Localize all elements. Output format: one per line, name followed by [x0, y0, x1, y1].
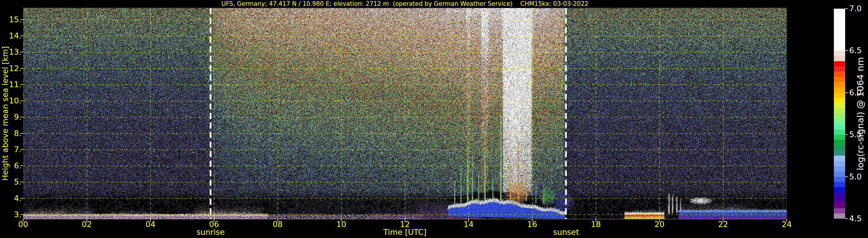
y-tick-mark — [21, 198, 23, 199]
y-tick-label: 7. — [2, 145, 22, 154]
y-tick-label: 9. — [2, 112, 22, 122]
y-tick-mark — [21, 133, 23, 134]
figure-title: UFS, Germany; 47.417 N / 10.980 E; eleva… — [23, 0, 787, 7]
y-tick-label: 14. — [2, 31, 22, 40]
x-tick-mark — [659, 219, 660, 222]
y-tick-mark — [21, 166, 23, 166]
y-tick-mark — [21, 214, 23, 215]
colorbar-tick-mark — [845, 93, 848, 93]
y-tick-mark — [21, 36, 23, 36]
y-tick-mark — [21, 149, 23, 150]
x-axis-label: Time [UTC] — [362, 228, 448, 237]
y-tick-mark — [21, 117, 23, 117]
sunrise-annotation: sunrise — [167, 228, 254, 237]
colorbar-tick-mark — [845, 8, 848, 9]
lidar-quicklook-screenshot: { "window": {"width": 3001, "height": 82… — [0, 0, 868, 238]
colorbar-tick-mark — [845, 134, 848, 135]
x-tick-mark — [723, 219, 723, 222]
x-tick-mark — [341, 219, 342, 222]
y-tick-label: 13. — [2, 47, 22, 57]
y-tick-label: 6. — [2, 161, 22, 170]
y-tick-label: 11. — [2, 80, 22, 89]
y-tick-mark — [21, 101, 23, 101]
y-tick-label: 8. — [2, 129, 22, 138]
y-tick-mark — [21, 19, 23, 20]
y-tick-label: 5. — [2, 177, 22, 186]
sunset-annotation: sunset — [523, 228, 610, 237]
colorbar — [834, 9, 845, 219]
y-tick-mark — [21, 52, 23, 52]
colorbar-tick-mark — [845, 176, 848, 177]
x-tick-mark — [468, 219, 469, 222]
colorbar-tick-mark — [845, 50, 848, 51]
x-tick-mark — [87, 219, 87, 222]
y-tick-label: 12. — [2, 64, 22, 73]
x-tick-mark — [786, 219, 787, 222]
x-tick-mark — [150, 219, 151, 222]
y-tick-label: 15. — [2, 15, 22, 24]
y-tick-label: 4. — [2, 194, 22, 203]
x-tick-mark — [532, 219, 532, 222]
x-tick-mark — [277, 219, 278, 222]
y-tick-mark — [21, 84, 23, 85]
x-tick-mark — [214, 219, 214, 222]
y-tick-mark — [21, 182, 23, 182]
y-tick-label: 3. — [2, 210, 22, 219]
heatmap-canvas — [23, 8, 787, 219]
y-tick-label: 10. — [2, 96, 22, 105]
x-tick-mark — [23, 219, 24, 222]
x-tick-mark — [405, 219, 405, 222]
y-tick-mark — [21, 68, 23, 69]
colorbar-label: log(rc-signal) @ 1064 nm — [853, 8, 867, 219]
colorbar-tick-mark — [845, 218, 848, 219]
x-tick-mark — [595, 219, 596, 222]
